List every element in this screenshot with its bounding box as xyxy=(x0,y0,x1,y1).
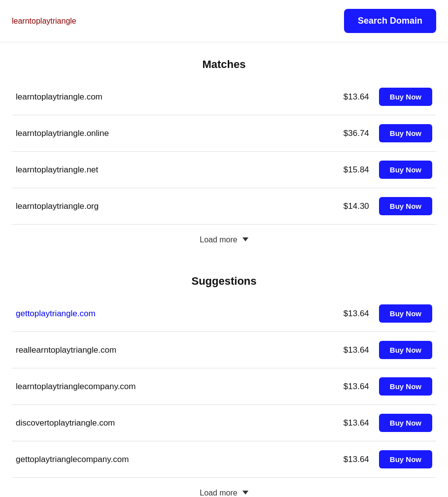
domain-name: learntoplaytriangle.org xyxy=(16,201,340,211)
buy-now-button[interactable]: Buy Now xyxy=(379,304,432,323)
search-input[interactable] xyxy=(12,17,209,26)
buy-now-button[interactable]: Buy Now xyxy=(379,161,432,179)
suggestions-list: gettoplaytriangle.com $13.64 Buy Now rea… xyxy=(12,296,436,478)
matches-list: learntoplaytriangle.com $13.64 Buy Now l… xyxy=(12,79,436,225)
domain-name: gettoplaytriangle.com xyxy=(16,309,340,319)
domain-price: $13.64 xyxy=(340,92,369,102)
domain-name: learntoplaytriangle.net xyxy=(16,165,340,175)
suggestions-title: Suggestions xyxy=(12,275,436,288)
suggestions-load-more-container: Load more xyxy=(12,478,436,497)
domain-price: $13.64 xyxy=(340,382,369,392)
suggestions-section: Suggestions gettoplaytriangle.com $13.64… xyxy=(12,275,436,497)
matches-title: Matches xyxy=(12,58,436,71)
header: Search Domain xyxy=(0,0,448,42)
buy-now-button[interactable]: Buy Now xyxy=(379,197,432,215)
buy-now-button[interactable]: Buy Now xyxy=(379,341,432,359)
domain-price: $13.64 xyxy=(340,345,369,355)
buy-now-button[interactable]: Buy Now xyxy=(379,377,432,396)
table-row: learntoplaytriangle.net $15.84 Buy Now xyxy=(12,152,436,188)
table-row: learntoplaytriangle.org $14.30 Buy Now xyxy=(12,188,436,225)
buy-now-button[interactable]: Buy Now xyxy=(379,124,432,142)
table-row: gettoplaytriangle.com $13.64 Buy Now xyxy=(12,296,436,332)
matches-load-more-label: Load more xyxy=(200,235,238,244)
domain-price: $15.84 xyxy=(340,165,369,175)
table-row: discovertoplaytriangle.com $13.64 Buy No… xyxy=(12,405,436,441)
table-row: learntoplaytriangle.online $36.74 Buy No… xyxy=(12,115,436,152)
buy-now-button[interactable]: Buy Now xyxy=(379,414,432,432)
matches-load-more-container: Load more xyxy=(12,225,436,259)
domain-price: $14.30 xyxy=(340,201,369,211)
domain-price: $13.64 xyxy=(340,418,369,428)
matches-load-more-button[interactable]: Load more xyxy=(200,235,248,244)
domain-name: learntoplaytriangle.com xyxy=(16,92,340,102)
table-row: learntoplaytriangle.com $13.64 Buy Now xyxy=(12,79,436,115)
chevron-down-icon xyxy=(242,237,248,241)
table-row: gettoplaytrianglecompany.com $13.64 Buy … xyxy=(12,441,436,478)
buy-now-button[interactable]: Buy Now xyxy=(379,88,432,106)
domain-name: gettoplaytrianglecompany.com xyxy=(16,455,340,464)
domain-name: learntoplaytrianglecompany.com xyxy=(16,382,340,392)
chevron-down-icon xyxy=(242,491,248,495)
suggestions-load-more-button[interactable]: Load more xyxy=(200,489,248,497)
domain-price: $13.64 xyxy=(340,455,369,464)
table-row: learntoplaytrianglecompany.com $13.64 Bu… xyxy=(12,368,436,405)
domain-name: learntoplaytriangle.online xyxy=(16,129,340,138)
search-domain-button[interactable]: Search Domain xyxy=(344,9,436,33)
buy-now-button[interactable]: Buy Now xyxy=(379,450,432,468)
table-row: reallearntoplaytriangle.com $13.64 Buy N… xyxy=(12,332,436,368)
matches-section: Matches learntoplaytriangle.com $13.64 B… xyxy=(12,58,436,259)
suggestions-load-more-label: Load more xyxy=(200,489,238,497)
domain-name: reallearntoplaytriangle.com xyxy=(16,345,340,355)
domain-price: $36.74 xyxy=(340,129,369,138)
main-content: Matches learntoplaytriangle.com $13.64 B… xyxy=(0,58,448,497)
domain-price: $13.64 xyxy=(340,309,369,319)
domain-name: discovertoplaytriangle.com xyxy=(16,418,340,428)
